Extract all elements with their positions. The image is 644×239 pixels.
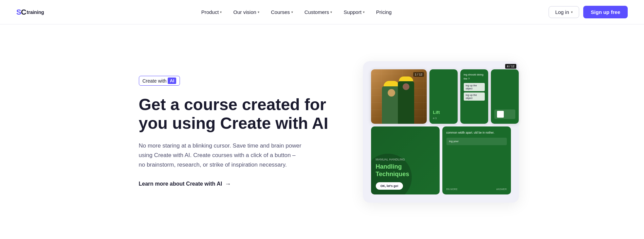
chevron-down-icon: ▾ xyxy=(291,10,293,14)
preview-card-3[interactable]: 3 / 12 ing should doing the ? ing up the… xyxy=(460,69,488,124)
preview-top-row: 1 / 12 2 / 12 Lift o 1 3 / 12 ing xyxy=(371,69,511,124)
hero-description: No more staring at a blinking cursor. Sa… xyxy=(139,141,302,170)
logo-training: training xyxy=(27,10,44,15)
hard-hat-2 xyxy=(399,76,413,81)
signup-button[interactable]: Sign up free xyxy=(583,6,628,18)
preview-bottom-row: MANUAL HANDLING Handling Techniques OK, … xyxy=(371,126,511,194)
card-1-badge: 1 / 12 xyxy=(413,72,424,77)
handling-label: MANUAL HANDLING xyxy=(376,158,435,161)
nav-customers[interactable]: Customers ▾ xyxy=(300,6,337,18)
preview-card-4[interactable]: 4 / 12 xyxy=(491,69,519,124)
badge: Create with AI xyxy=(139,76,180,86)
chevron-down-icon: ▾ xyxy=(571,10,573,14)
logo-sc: SC xyxy=(16,8,26,17)
nav-product[interactable]: Product ▾ xyxy=(197,6,227,18)
card-4-checkbox xyxy=(497,111,504,118)
nav-pricing[interactable]: Pricing xyxy=(371,6,397,18)
nav-support[interactable]: Support ▾ xyxy=(339,6,369,18)
chevron-down-icon: ▾ xyxy=(363,10,365,14)
chevron-down-icon: ▾ xyxy=(220,10,222,14)
hard-hat-1 xyxy=(384,81,399,86)
logo[interactable]: SC training xyxy=(16,8,44,17)
footer-label-1: RN MORE xyxy=(446,188,458,190)
hero-section: Create with AI Get a course created for … xyxy=(85,24,560,239)
info-card: common width apart. uld be in nother. in… xyxy=(442,126,511,194)
worker-figure-2 xyxy=(398,81,414,124)
card-4-box xyxy=(494,109,515,119)
hero-left: Create with AI Get a course created for … xyxy=(139,76,336,188)
main-nav: SC training Product ▾ Our vision ▾ Cours… xyxy=(0,0,644,24)
card-3-footer xyxy=(464,118,485,120)
info-box: ing your xyxy=(446,138,507,145)
card-3-answer-2: ing up the object xyxy=(464,92,485,101)
chevron-down-icon: ▾ xyxy=(330,10,332,14)
card-2-subtitle: o 1 xyxy=(433,116,454,120)
worker-head-2 xyxy=(403,83,409,90)
card-2-title: Lift xyxy=(433,110,454,115)
hero-title: Get a course created for you using Creat… xyxy=(139,95,336,133)
footer-label-2: ANSWER xyxy=(496,188,507,190)
card-3-answer-1: ing up the object xyxy=(464,83,485,91)
nav-links: Product ▾ Our vision ▾ Courses ▾ Custome… xyxy=(197,6,397,18)
card-3-question: ing should doing the ? xyxy=(464,73,485,81)
chevron-down-icon: ▾ xyxy=(258,10,259,14)
badge-ai-label: AI xyxy=(168,78,176,84)
preview-card-2[interactable]: 2 / 12 Lift o 1 xyxy=(429,69,457,124)
handling-btn[interactable]: OK, let's go! xyxy=(376,182,403,190)
nav-our-vision[interactable]: Our vision ▾ xyxy=(228,6,264,18)
card-3-answers: ing up the object ing up the object xyxy=(464,83,485,101)
arrow-icon: → xyxy=(225,181,231,188)
login-button[interactable]: Log in ▾ xyxy=(549,6,579,18)
info-text-1: common width apart. uld be in nother. xyxy=(446,131,507,135)
nav-actions: Log in ▾ Sign up free xyxy=(549,6,628,18)
preview-card-1[interactable]: 1 / 12 xyxy=(371,69,427,124)
preview-container: 1 / 12 2 / 12 Lift o 1 3 / 12 ing xyxy=(363,61,519,203)
hero-cta-link[interactable]: Learn more about Create with AI → xyxy=(139,181,231,188)
hero-right: 1 / 12 2 / 12 Lift o 1 3 / 12 ing xyxy=(363,61,519,203)
card-photo-bg xyxy=(371,69,427,124)
worker-head-1 xyxy=(388,89,395,97)
nav-courses[interactable]: Courses ▾ xyxy=(266,6,298,18)
card-footer: RN MORE ANSWER xyxy=(446,184,507,190)
handling-content: MANUAL HANDLING Handling Techniques OK, … xyxy=(376,158,435,189)
handling-title: Handling Techniques xyxy=(376,163,435,178)
info-box-text: ing your xyxy=(449,139,504,143)
handling-card[interactable]: MANUAL HANDLING Handling Techniques OK, … xyxy=(371,126,440,194)
